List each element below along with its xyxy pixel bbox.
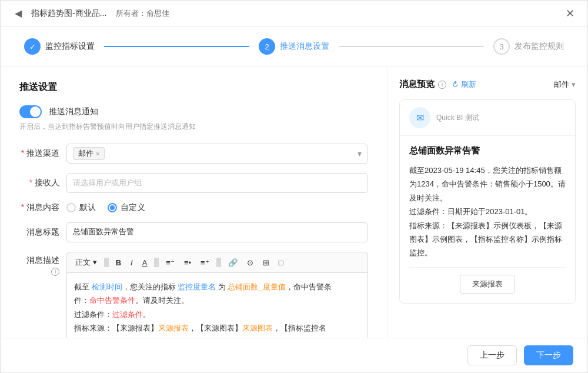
editor-toolbar: 正文 ▾ B I A ≡⁻ ≡• ≡⁺ 🔗 ⊙ ⊞ □ [66, 252, 368, 272]
step-2: 2 推送消息设置 [259, 38, 329, 55]
separator-1 [104, 258, 109, 267]
content-control: 默认 自定义 [66, 202, 368, 213]
refresh-button[interactable]: ↻ 刷新 [452, 79, 476, 90]
editor-line-2: 件：命中告警条件。请及时关注。 [74, 294, 360, 307]
main-content: 推送设置 推送消息通知 开启后，当达到指标告警预值时向用户指定推送消息通知 * … [1, 67, 587, 338]
toggle-desc: 开启后，当达到指标告警预值时向用户指定推送消息通知 [19, 122, 368, 132]
title-row: 消息标题 总铺面数异常告警 [19, 222, 368, 242]
email-body: 总铺面数异常告警 截至2023-05-19 14:45，您关注的指标销售额为12… [400, 136, 575, 303]
channel-selector[interactable]: 邮件 ▾ [554, 79, 576, 90]
desc-info-icon[interactable]: i [51, 268, 59, 276]
tool-table[interactable]: ⊞ [260, 257, 272, 268]
preview-header: 消息预览 i ↻ 刷新 邮件 ▾ [399, 79, 576, 90]
tool-list2[interactable]: ≡• [182, 257, 193, 268]
radio-custom[interactable]: 自定义 [108, 202, 145, 213]
step-2-label: 推送消息设置 [280, 41, 329, 52]
step-line-1 [104, 46, 249, 47]
tool-link[interactable]: 🔗 [226, 257, 240, 268]
title-control: 总铺面数异常告警 [66, 222, 368, 242]
channel-row: * 推送渠道 邮件 × ▾ [19, 144, 368, 164]
recipient-row: * 接收人 请选择用户或用户组 [19, 173, 368, 193]
toggle-row: 推送消息通知 [19, 105, 368, 118]
email-preview-card: ✉ Quick BI 测试 总铺面数异常告警 截至2023-05-19 14:4… [399, 99, 576, 304]
content-radio-group: 默认 自定义 [66, 202, 368, 213]
step-3-label: 发布监控规则 [514, 41, 564, 52]
editor-line-3: 过滤条件：过滤条件。 [74, 308, 360, 321]
push-toggle[interactable] [19, 105, 42, 118]
title-label: 消息标题 [19, 227, 66, 238]
step-2-circle: 2 [259, 38, 275, 55]
desc-row: 消息描述 i 正文 ▾ B I A ≡⁻ ≡• ≡⁺ [19, 252, 368, 338]
tool-underline[interactable]: A [140, 257, 150, 268]
channel-label: * 推送渠道 [19, 148, 66, 159]
left-panel: 推送设置 推送消息通知 开启后，当达到指标告警预值时向用户指定推送消息通知 * … [1, 67, 387, 338]
next-button[interactable]: 下一步 [524, 345, 573, 365]
radio-default-outer [66, 203, 76, 212]
tool-format[interactable]: 正文 ▾ [73, 256, 99, 269]
toggle-knob [30, 106, 41, 117]
recipient-label: * 接收人 [19, 178, 66, 188]
radio-default[interactable]: 默认 [66, 202, 96, 213]
channel-dropdown-arrow[interactable]: ▾ [358, 149, 362, 158]
close-button[interactable]: ✕ [562, 5, 578, 22]
tool-bold[interactable]: B [113, 257, 123, 268]
step-1: ✓ 监控指标设置 [24, 38, 95, 55]
step-1-circle: ✓ [24, 38, 41, 55]
refresh-icon: ↻ [450, 79, 460, 89]
header: ◀ 指标趋势图-商业品... 所有者：俞思佳 ✕ [1, 1, 587, 26]
desc-label: 消息描述 i [19, 252, 66, 276]
header-owner: 所有者：俞思佳 [116, 8, 169, 19]
radio-custom-inner [110, 205, 115, 210]
prev-button[interactable]: 上一步 [467, 345, 517, 365]
desc-control: 正文 ▾ B I A ≡⁻ ≡• ≡⁺ 🔗 ⊙ ⊞ □ [66, 252, 368, 338]
email-subject: 总铺面数异常告警 [409, 145, 566, 156]
email-divider [409, 267, 566, 268]
email-from-info: Quick BI 测试 [436, 113, 479, 123]
channel-control: 邮件 × ▾ [66, 144, 368, 164]
email-from-label: Quick BI 测试 [436, 113, 479, 123]
step-line-2 [339, 46, 484, 47]
editor-body[interactable]: 截至 检测时间，您关注的指标 监控度量名 为 总铺面数_度量值，命中告警条 件：… [66, 272, 368, 338]
title-input[interactable]: 总铺面数异常告警 [66, 222, 368, 242]
tool-italic[interactable]: I [128, 257, 135, 268]
section-title: 推送设置 [19, 81, 368, 94]
header-title: 指标趋势图-商业品... [31, 8, 106, 19]
source-report-button[interactable]: 来源报表 [460, 275, 515, 294]
channel-input[interactable]: 邮件 × ▾ [66, 144, 368, 164]
channel-arrow-icon: ▾ [572, 80, 576, 89]
main-window: ◀ 指标趋势图-商业品... 所有者：俞思佳 ✕ ✓ 监控指标设置 2 推送消息… [0, 0, 588, 373]
email-source-btn-area: 来源报表 [409, 275, 566, 294]
email-content: 截至2023-05-19 14:45，您关注的指标销售额为1234，命中告警条件… [409, 164, 566, 260]
radio-custom-outer [108, 203, 117, 212]
separator-2 [154, 258, 159, 267]
content-label: * 消息内容 [19, 202, 66, 213]
editor-line-4: 指标来源：【来源报表】来源报表，【来源图表】来源图表，【指标监控名 [74, 321, 360, 335]
email-header: ✉ Quick BI 测试 [400, 100, 575, 136]
separator-3 [216, 258, 221, 267]
tool-variable[interactable]: □ [276, 257, 286, 268]
tool-list3[interactable]: ≡⁺ [198, 257, 212, 268]
recipient-input[interactable]: 请选择用户或用户组 [66, 173, 368, 193]
tool-list1[interactable]: ≡⁻ [163, 257, 177, 268]
tool-image[interactable]: ⊙ [245, 257, 256, 268]
toggle-label: 推送消息通知 [49, 106, 98, 117]
right-panel: 消息预览 i ↻ 刷新 邮件 ▾ ✉ Quick BI 测试 [387, 67, 587, 338]
footer: 上一步 下一步 [1, 338, 587, 372]
step-3-circle: 3 [493, 38, 510, 55]
recipient-control: 请选择用户或用户组 [66, 173, 368, 193]
back-button[interactable]: ◀ [10, 5, 26, 22]
step-1-label: 监控指标设置 [45, 41, 95, 52]
steps-bar: ✓ 监控指标设置 2 推送消息设置 3 发布监控规则 [1, 26, 587, 67]
step-3: 3 发布监控规则 [493, 38, 564, 55]
preview-info-icon[interactable]: i [438, 81, 446, 89]
editor-line-1: 截至 检测时间，您关注的指标 监控度量名 为 总铺面数_度量值，命中告警条 [74, 280, 360, 294]
channel-tag-close[interactable]: × [96, 150, 99, 157]
preview-title: 消息预览 [399, 79, 435, 90]
email-icon: ✉ [409, 107, 430, 128]
channel-tag: 邮件 × [73, 147, 105, 160]
content-row: * 消息内容 默认 自定义 [19, 202, 368, 213]
